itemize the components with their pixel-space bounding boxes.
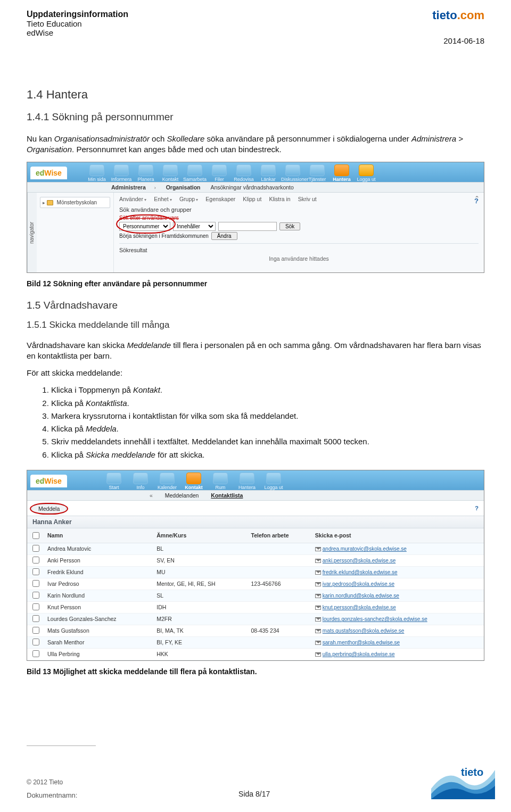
- table-row: Fredrik EklundMUfredrik.eklund@skola.edw…: [27, 566, 484, 578]
- email-link[interactable]: lourdes.gonzales-sanchez@skola.edwise.se: [323, 616, 427, 622]
- row-checkbox[interactable]: [32, 615, 39, 622]
- email-link[interactable]: ivar.pedroso@skola.edwise.se: [323, 581, 394, 587]
- subnav-organisation[interactable]: Organisation: [162, 184, 205, 190]
- email-link[interactable]: karin.nordlund@skola.edwise.se: [323, 593, 399, 599]
- footer-left: © 2012 Tieto Dokumentnamn:: [27, 778, 77, 799]
- topnav-item[interactable]: Filer: [208, 164, 231, 182]
- subnav-kontaktlista[interactable]: Kontaktlista: [205, 492, 248, 499]
- logo-ed: ed: [36, 169, 44, 177]
- topnav-item[interactable]: Kontakt: [159, 164, 182, 182]
- topnav-item[interactable]: Redovisa: [232, 164, 256, 182]
- mail-icon: [315, 594, 321, 598]
- cell-name: Ulla Perbring: [44, 648, 153, 660]
- tree-root[interactable]: Mönsterbyskolan: [57, 200, 97, 205]
- cell-name: Ivar Pedroso: [44, 578, 153, 590]
- copyright: © 2012 Tieto: [27, 778, 77, 786]
- nav-label: Hantera: [330, 177, 353, 182]
- change-button[interactable]: Ändra: [211, 232, 237, 240]
- navigator-tab[interactable]: navigator: [27, 193, 37, 272]
- topnav-item[interactable]: Min sida: [85, 164, 109, 182]
- p1-tail: . Personnumret kan anges både med och ut…: [72, 145, 282, 154]
- row-checkbox[interactable]: [32, 557, 39, 564]
- toolbar-item[interactable]: Klipp ut: [243, 196, 261, 202]
- table-header: Ämne/Kurs: [153, 528, 248, 543]
- topnav-item[interactable]: Hantera: [330, 164, 353, 182]
- topnav-item[interactable]: Samarbeta: [183, 164, 207, 182]
- contact-list-header: Hanna Anker: [27, 516, 484, 528]
- toolbar-item[interactable]: Grupp: [179, 196, 198, 202]
- cell-subject: SL: [153, 590, 248, 601]
- row-checkbox[interactable]: [32, 580, 39, 587]
- toolbar-item[interactable]: Enhet: [154, 196, 172, 202]
- email-link[interactable]: knut.persson@skola.edwise.se: [323, 604, 396, 610]
- topnav-item[interactable]: Diskussioner: [281, 164, 304, 182]
- email-link[interactable]: anki.persson@skola.edwise.se: [323, 558, 395, 564]
- mail-icon: [315, 629, 321, 633]
- nav-icon: [212, 164, 227, 176]
- search-button[interactable]: Sök: [279, 222, 300, 230]
- topnav-item[interactable]: Hantera: [234, 473, 260, 490]
- topnav-item[interactable]: Tjänster: [306, 164, 329, 182]
- tree-expander-icon[interactable]: ▸: [43, 200, 45, 205]
- topnav-item[interactable]: Logga ut: [261, 473, 286, 490]
- toolbar-item[interactable]: Klistra in: [269, 196, 290, 202]
- dropdown-field[interactable]: Personnummer: [119, 222, 170, 231]
- cell-tel: [248, 590, 312, 601]
- email-link[interactable]: sarah.menthor@skola.edwise.se: [323, 640, 400, 645]
- mail-icon: [315, 570, 321, 575]
- mail-icon: [315, 606, 321, 610]
- cell-tel: 123-456766: [248, 578, 312, 590]
- nav-label: Kontakt: [181, 485, 207, 490]
- row-checkbox[interactable]: [32, 545, 39, 552]
- email-link[interactable]: mats.gustafsson@skola.edwise.se: [323, 628, 405, 634]
- row-checkbox[interactable]: [32, 568, 39, 575]
- toolbar-item[interactable]: Egenskaper: [205, 196, 235, 202]
- search-text-input[interactable]: [218, 222, 277, 231]
- subnav-administrera[interactable]: Administrera: [107, 184, 150, 190]
- topnav-item[interactable]: Kontakt: [181, 473, 207, 490]
- topnav-item[interactable]: Planera: [134, 164, 158, 182]
- cell-subject: MU: [153, 566, 248, 578]
- child-name: Hanna Anker: [32, 518, 72, 526]
- dropdown-operator[interactable]: Innehåller: [173, 222, 216, 231]
- nav-label: Rum: [208, 485, 233, 490]
- p1-pre: Nu kan: [27, 134, 54, 143]
- toolbar-item[interactable]: Skriv ut: [298, 196, 317, 202]
- topnav-item[interactable]: Kalender: [154, 473, 180, 490]
- row-checkbox[interactable]: [32, 650, 39, 657]
- topnav-item[interactable]: Informera: [110, 164, 133, 182]
- tree-panel: ▸ Mönsterbyskolan: [37, 193, 114, 272]
- page-number: Sida 8/17: [238, 790, 270, 798]
- mail-icon: [315, 617, 321, 622]
- help-icon[interactable]: ?: [474, 197, 479, 205]
- no-users-text: Inga användare hittades: [119, 253, 479, 267]
- subnav-ansokningar[interactable]: Ansökningar vårdnadshavarkonto: [206, 184, 298, 190]
- checkbox-all[interactable]: [32, 532, 39, 539]
- cell-tel: [248, 648, 312, 660]
- topnav-item[interactable]: Start: [101, 473, 127, 490]
- row-checkbox[interactable]: [32, 627, 39, 634]
- nav-icon: [186, 473, 201, 484]
- mail-icon: [315, 652, 321, 657]
- email-link[interactable]: fredrik.eklund@skola.edwise.se: [323, 569, 398, 575]
- email-link[interactable]: ulla.perbring@skola.edwise.se: [323, 651, 395, 657]
- step-item: Skriv meddelandets innehåll i textfältet…: [51, 436, 484, 447]
- table-header-row: NamnÄmne/KursTelefon arbeteSkicka e-post: [27, 528, 484, 543]
- meddela-button[interactable]: Meddela: [31, 504, 67, 513]
- topnav-item[interactable]: Info: [128, 473, 153, 490]
- subnav-meddelanden[interactable]: Meddelanden: [160, 492, 204, 499]
- topnav-item[interactable]: Rum: [208, 473, 233, 490]
- row-checkbox[interactable]: [32, 603, 39, 610]
- toolbar-item[interactable]: Använder: [119, 196, 146, 202]
- cell-email: ulla.perbring@skola.edwise.se: [312, 648, 484, 660]
- help-icon[interactable]: ?: [475, 505, 479, 511]
- row-checkbox[interactable]: [32, 639, 39, 645]
- row-checkbox[interactable]: [32, 592, 39, 599]
- document-body: 1.4 Hantera 1.4.1 Sökning på personnumme…: [0, 88, 511, 676]
- nav-label: Informera: [110, 177, 133, 182]
- header-line2: Tieto Education: [27, 19, 128, 28]
- email-link[interactable]: andrea.muratovic@skola.edwise.se: [323, 546, 407, 552]
- topnav-item[interactable]: Logga ut: [355, 164, 378, 182]
- caption-bild-12: Bild 12 Sökning efter användare på perso…: [27, 279, 484, 288]
- topnav-item[interactable]: Länkar: [257, 164, 280, 182]
